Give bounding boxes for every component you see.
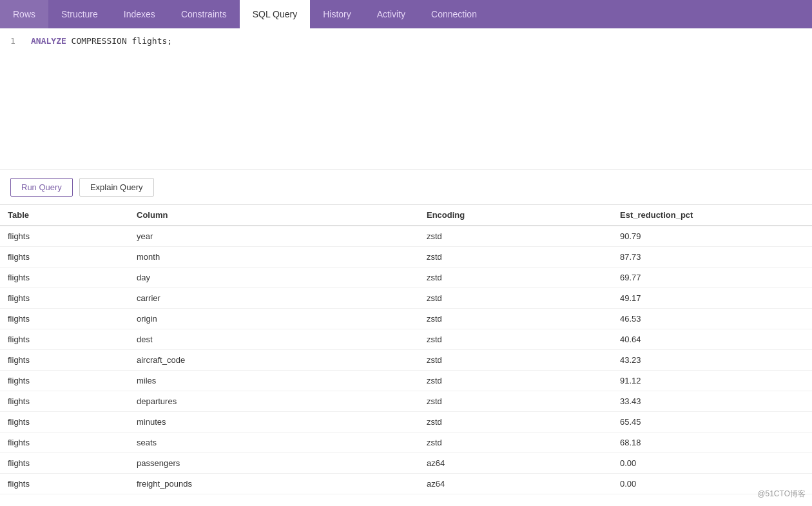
cell-table: flights <box>0 247 129 268</box>
col-header-column: Column <box>129 205 419 226</box>
cell-est-reduction: 49.17 <box>612 288 812 309</box>
tab-bar: RowsStructureIndexesConstraintsSQL Query… <box>0 0 812 28</box>
tab-constraints[interactable]: Constraints <box>168 0 240 28</box>
col-header-table: Table <box>0 205 129 226</box>
cell-column: origin <box>129 309 419 329</box>
table-row: flightsdepartureszstd33.43 <box>0 391 812 412</box>
table-row: flightsfreight_poundsaz640.00 <box>0 474 812 494</box>
cell-table: flights <box>0 474 129 494</box>
cell-encoding: zstd <box>419 412 612 433</box>
cell-est-reduction: 68.18 <box>612 433 812 453</box>
cell-table: flights <box>0 268 129 288</box>
table-row: flightsaircraft_codezstd43.23 <box>0 350 812 371</box>
tab-history[interactable]: History <box>310 0 364 28</box>
cell-table: flights <box>0 350 129 371</box>
cell-column: seats <box>129 433 419 453</box>
cell-table: flights <box>0 226 129 247</box>
cell-table: flights <box>0 391 129 412</box>
cell-encoding: zstd <box>419 247 612 268</box>
tab-sql-query[interactable]: SQL Query <box>240 0 311 28</box>
tab-connection[interactable]: Connection <box>418 0 490 28</box>
table-row: flightsyearzstd90.79 <box>0 226 812 247</box>
results-container: Table Column Encoding Est_reduction_pct … <box>0 205 812 494</box>
editor-area[interactable]: 1 ANALYZE COMPRESSION flights; <box>0 28 812 170</box>
cell-column: minutes <box>129 412 419 433</box>
cell-est-reduction: 46.53 <box>612 309 812 329</box>
cell-encoding: az64 <box>419 474 612 494</box>
cell-table: flights <box>0 288 129 309</box>
sql-rest: COMPRESSION flights; <box>66 36 172 46</box>
cell-table: flights <box>0 329 129 350</box>
cell-est-reduction: 40.64 <box>612 329 812 350</box>
cell-encoding: zstd <box>419 288 612 309</box>
cell-encoding: zstd <box>419 433 612 453</box>
cell-encoding: zstd <box>419 371 612 391</box>
tab-activity[interactable]: Activity <box>364 0 418 28</box>
cell-encoding: zstd <box>419 391 612 412</box>
cell-encoding: zstd <box>419 309 612 329</box>
tab-rows[interactable]: Rows <box>0 0 48 28</box>
cell-table: flights <box>0 433 129 453</box>
table-row: flightsmonthzstd87.73 <box>0 247 812 268</box>
col-header-encoding: Encoding <box>419 205 612 226</box>
cell-est-reduction: 33.43 <box>612 391 812 412</box>
cell-encoding: zstd <box>419 226 612 247</box>
sql-keyword: ANALYZE <box>31 36 66 46</box>
cell-column: aircraft_code <box>129 350 419 371</box>
results-table: Table Column Encoding Est_reduction_pct … <box>0 205 812 494</box>
cell-table: flights <box>0 371 129 391</box>
line-number: 1 <box>10 35 21 48</box>
tab-indexes[interactable]: Indexes <box>111 0 168 28</box>
tab-structure[interactable]: Structure <box>48 0 111 28</box>
cell-est-reduction: 69.77 <box>612 268 812 288</box>
cell-est-reduction: 87.73 <box>612 247 812 268</box>
table-row: flightsdayzstd69.77 <box>0 268 812 288</box>
cell-est-reduction: 65.45 <box>612 412 812 433</box>
table-row: flightsminuteszstd65.45 <box>0 412 812 433</box>
watermark: @51CTO博客 <box>757 489 806 494</box>
explain-query-button[interactable]: Explain Query <box>79 178 154 197</box>
table-row: flightsoriginzstd46.53 <box>0 309 812 329</box>
cell-column: day <box>129 268 419 288</box>
cell-encoding: zstd <box>419 350 612 371</box>
cell-encoding: az64 <box>419 453 612 474</box>
cell-column: dest <box>129 329 419 350</box>
table-row: flightscarrierzstd49.17 <box>0 288 812 309</box>
cell-column: year <box>129 226 419 247</box>
cell-column: miles <box>129 371 419 391</box>
cell-encoding: zstd <box>419 268 612 288</box>
cell-column: month <box>129 247 419 268</box>
button-bar: Run Query Explain Query <box>0 170 812 205</box>
table-row: flightsdestzstd40.64 <box>0 329 812 350</box>
table-row: flightsmileszstd91.12 <box>0 371 812 391</box>
table-header-row: Table Column Encoding Est_reduction_pct <box>0 205 812 226</box>
cell-est-reduction: 91.12 <box>612 371 812 391</box>
editor-line-1: 1 ANALYZE COMPRESSION flights; <box>10 35 802 48</box>
table-row: flightsseatszstd68.18 <box>0 433 812 453</box>
cell-est-reduction: 43.23 <box>612 350 812 371</box>
cell-column: departures <box>129 391 419 412</box>
table-row: flightspassengersaz640.00 <box>0 453 812 474</box>
cell-column: carrier <box>129 288 419 309</box>
cell-table: flights <box>0 412 129 433</box>
cell-est-reduction: 0.00 <box>612 453 812 474</box>
cell-encoding: zstd <box>419 329 612 350</box>
cell-est-reduction: 90.79 <box>612 226 812 247</box>
cell-column: passengers <box>129 453 419 474</box>
cell-column: freight_pounds <box>129 474 419 494</box>
col-header-est-reduction: Est_reduction_pct <box>612 205 812 226</box>
cell-table: flights <box>0 309 129 329</box>
cell-table: flights <box>0 453 129 474</box>
run-query-button[interactable]: Run Query <box>10 178 73 197</box>
